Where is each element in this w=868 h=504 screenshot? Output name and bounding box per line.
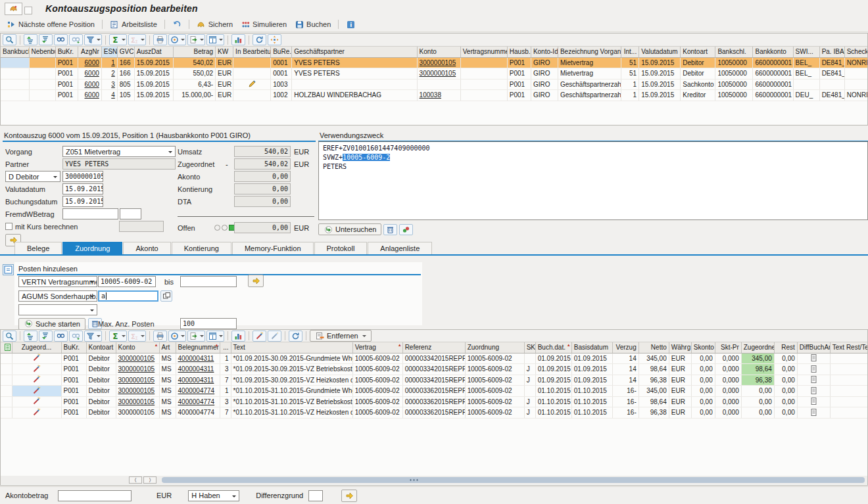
column-header[interactable]: Bankbuch: [1, 47, 29, 57]
table-row[interactable]: P0016000116615.09.2015540,02EUR0001YVES …: [1, 57, 868, 68]
column-header[interactable]: Konto-Id: [531, 47, 558, 57]
layout-button[interactable]: [206, 331, 224, 342]
find-next-button[interactable]: [69, 331, 83, 342]
find-button[interactable]: [54, 34, 68, 45]
scrollbar-grip[interactable]: [409, 479, 418, 481]
cell-link[interactable]: 4000004774: [176, 396, 220, 407]
column-header[interactable]: In Bearbeitung: [233, 47, 271, 57]
table-row[interactable]: P001Debitor3000000105MS40000043117*01.09…: [1, 375, 868, 386]
column-header[interactable]: Rest: [774, 342, 797, 353]
wand2-button[interactable]: [268, 331, 281, 342]
sum-button[interactable]: Σ: [109, 34, 127, 45]
column-header[interactable]: ESNr: [101, 47, 117, 57]
table-row[interactable]: P0016000410515.09.201515.000,00-EUR1002H…: [1, 90, 868, 101]
differenzgrund-field[interactable]: [308, 490, 323, 501]
table-row[interactable]: P0016000380515.09.20156,43-EUR1003P001GI…: [1, 79, 868, 90]
cell-link[interactable]: 6000: [85, 81, 99, 88]
column-header[interactable]: Buch.dat.▲: [535, 342, 571, 353]
column-header[interactable]: Referenz: [402, 342, 465, 353]
cell-link[interactable]: 4000004774: [176, 386, 220, 397]
valutadatum-field[interactable]: 15.09.2015: [62, 183, 103, 195]
fremdw-currency-field[interactable]: [120, 208, 141, 219]
wand-icon[interactable]: [12, 353, 61, 364]
column-header[interactable]: Skt-Pr: [715, 342, 741, 353]
cell-link[interactable]: 3: [101, 79, 117, 90]
criterion2-from-field[interactable]: a: [98, 290, 158, 302]
tab-belege[interactable]: Belege: [14, 242, 62, 254]
column-header[interactable]: Betrag: [173, 47, 215, 57]
column-header[interactable]: Hausb...: [507, 47, 531, 57]
cell-link[interactable]: 4000004311: [176, 353, 220, 364]
column-header[interactable]: KW: [216, 47, 233, 57]
akonto-transfer-button[interactable]: [341, 490, 357, 502]
save-button[interactable]: Sichern: [193, 18, 237, 31]
wand-icon[interactable]: [12, 386, 61, 397]
table-row[interactable]: P001Debitor3000000105MS40000047743*01.10…: [1, 396, 868, 407]
sort-desc-button[interactable]: [39, 331, 53, 342]
simulate-button[interactable]: Simulieren: [237, 18, 291, 31]
tab-kontierung[interactable]: Kontierung: [172, 242, 231, 254]
column-header[interactable]: Vertrag▲: [352, 342, 402, 353]
wand-icon[interactable]: [12, 364, 61, 375]
cell-link[interactable]: 4000004311: [176, 375, 220, 386]
tab-anlagenliste[interactable]: Anlagenliste: [368, 242, 432, 254]
cell-link[interactable]: 6000: [85, 91, 99, 99]
account-type-select[interactable]: D Debitor: [5, 171, 60, 182]
matchcode-button[interactable]: [160, 290, 172, 302]
debit-credit-select[interactable]: H Haben: [188, 490, 239, 501]
cell-link[interactable]: 3000000105: [116, 396, 159, 407]
table-row[interactable]: P001Debitor3000000105MS40000043113*01.09…: [1, 364, 868, 375]
clear-trash-button[interactable]: [383, 224, 397, 235]
column-header[interactable]: Bankschl.: [715, 47, 753, 57]
cell-link[interactable]: 3000000105: [116, 353, 159, 364]
info-button[interactable]: i: [342, 18, 359, 31]
scroll-right-button[interactable]: 〉: [143, 476, 157, 484]
column-header[interactable]: Geschäftspartner: [292, 47, 417, 57]
table-row[interactable]: P001Debitor3000000105MS40000047747*01.10…: [1, 407, 868, 419]
cell-link[interactable]: 100038: [420, 91, 441, 99]
refresh-button[interactable]: [289, 331, 302, 342]
vorgang-select[interactable]: Z051 Mietvertrag: [62, 146, 176, 157]
tab-akonto[interactable]: Akonto: [123, 242, 170, 254]
find-button[interactable]: [54, 331, 68, 342]
refresh-button[interactable]: [253, 34, 266, 45]
column-header[interactable]: BuKr.: [55, 47, 78, 57]
chart-button[interactable]: [231, 331, 245, 342]
column-header[interactable]: Kontoart: [681, 47, 715, 57]
verwendungszweck-text[interactable]: EREF+ZV01001601447409000000 SVWZ+10005-6…: [318, 141, 868, 220]
tab-memory-funktion[interactable]: Memory-Funktion: [232, 242, 314, 254]
next-open-position-button[interactable]: Nächste offene Position: [3, 18, 99, 31]
views-button[interactable]: [168, 34, 186, 45]
cell-link[interactable]: 6000: [78, 68, 101, 80]
table-row[interactable]: P0016000216615.09.2015550,02EUR0001YVES …: [1, 68, 868, 80]
column-header[interactable]: BuKr.: [61, 342, 86, 353]
print-button[interactable]: [153, 331, 167, 342]
cell-link[interactable]: 4: [101, 90, 117, 101]
cell-link[interactable]: 6000: [78, 79, 101, 90]
cell-link[interactable]: 3: [111, 81, 115, 88]
column-header[interactable]: Verzug: [612, 342, 639, 353]
column-header[interactable]: Pa. IBAN: [819, 47, 844, 57]
start-search-button[interactable]: Suche starten: [18, 318, 85, 330]
table-row[interactable]: P001Debitor3000000105MS40000047741*01.10…: [1, 386, 868, 397]
gui-menu-box[interactable]: [24, 7, 32, 14]
column-header[interactable]: Scheck/D: [844, 47, 868, 57]
layout-button[interactable]: [206, 34, 224, 45]
column-header[interactable]: SK: [524, 342, 535, 353]
cell-link[interactable]: 2: [111, 70, 115, 77]
criterion1-select[interactable]: VERTN Vertragsnummer: [18, 276, 97, 287]
export-button[interactable]: [187, 34, 205, 45]
wand-button[interactable]: [253, 331, 266, 342]
column-header[interactable]: Int...: [621, 47, 639, 57]
toggle-markers-button[interactable]: [399, 224, 413, 235]
wand-icon[interactable]: [12, 407, 61, 419]
column-header[interactable]: ...: [220, 342, 231, 353]
cell-link[interactable]: 3000000105: [417, 57, 460, 68]
column-header[interactable]: Zugeord...: [12, 342, 61, 353]
filter-button[interactable]: [84, 34, 102, 45]
sort-asc-button[interactable]: [24, 331, 37, 342]
column-header[interactable]: Zuordnung: [465, 342, 524, 353]
worklist-button[interactable]: Arbeitsliste: [106, 18, 161, 31]
cell-link[interactable]: 3000000105: [118, 398, 155, 405]
cell-link[interactable]: 6000: [78, 90, 101, 101]
